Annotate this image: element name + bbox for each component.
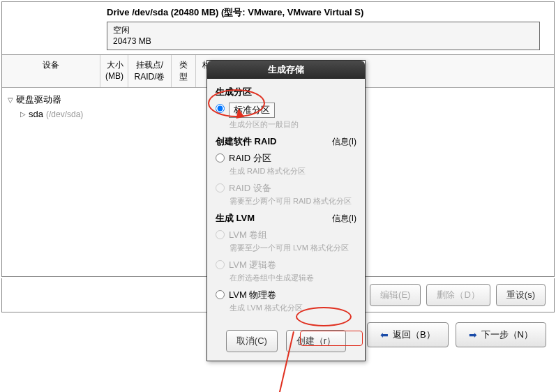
radio-lvm-lv: LVM 逻辑卷 bbox=[216, 259, 356, 271]
dialog-buttons: 取消(C) 创建（r） bbox=[207, 324, 365, 361]
next-label: 下一步（N） bbox=[481, 329, 533, 341]
lvm-info-link[interactable]: 信息(I) bbox=[332, 213, 356, 225]
delete-button: 删除（D） bbox=[426, 284, 490, 306]
radio-raid-device-input bbox=[216, 183, 225, 193]
radio-standard-label: 标准分区 bbox=[229, 103, 275, 118]
back-label: 返回（B） bbox=[393, 329, 435, 341]
back-button[interactable]: ⬅ 返回（B） bbox=[367, 322, 449, 347]
next-button[interactable]: ➡ 下一步（N） bbox=[456, 322, 546, 347]
dialog-title: 生成存储 bbox=[207, 61, 365, 79]
dialog-create-button[interactable]: 创建（r） bbox=[286, 330, 346, 352]
radio-lvm-vg: LVM 卷组 bbox=[216, 229, 356, 241]
radio-raid-partition-input[interactable] bbox=[216, 153, 225, 163]
tree-collapse-icon[interactable]: ▽ bbox=[5, 96, 16, 104]
tree-child-path: (/dev/sda) bbox=[46, 110, 83, 119]
tree-root-label: 硬盘驱动器 bbox=[16, 93, 61, 106]
dialog-cancel-button[interactable]: 取消(C) bbox=[226, 330, 278, 352]
col-mount[interactable]: 挂载点/ RAID/卷 bbox=[128, 55, 171, 87]
radio-raid-partition[interactable]: RAID 分区 bbox=[216, 152, 356, 165]
drive-header: Drive /dev/sda (20480 MB) (型号: VMware, V… bbox=[2, 2, 554, 54]
radio-lvm-vg-label: LVM 卷组 bbox=[229, 229, 267, 241]
radio-lvm-pv[interactable]: LVM 物理卷 bbox=[216, 289, 356, 301]
col-size[interactable]: 大小 (MB) bbox=[100, 55, 128, 87]
raid-info-link[interactable]: 信息(I) bbox=[332, 136, 356, 148]
free-label: 空闲 bbox=[113, 25, 534, 36]
arrow-left-icon: ⬅ bbox=[380, 329, 389, 340]
section-partition: 生成分区 bbox=[216, 86, 356, 98]
radio-lvm-lv-label: LVM 逻辑卷 bbox=[229, 259, 276, 271]
radio-lvm-pv-label: LVM 物理卷 bbox=[229, 289, 276, 301]
lvm-vg-desc: 需要至少一个可用 LVM 格式化分区 bbox=[230, 243, 356, 253]
radio-standard-partition[interactable]: 标准分区 bbox=[216, 103, 356, 118]
radio-standard-input[interactable] bbox=[216, 104, 225, 113]
raid-partition-desc: 生成 RAID 格式化分区 bbox=[230, 166, 356, 176]
arrow-right-icon: ➡ bbox=[469, 329, 477, 340]
edit-button: 编辑(E) bbox=[370, 284, 421, 306]
tree-expand-icon[interactable]: ▷ bbox=[17, 110, 29, 118]
radio-raid-device-label: RAID 设备 bbox=[229, 182, 271, 195]
lvm-lv-desc: 在所选卷组中生成逻辑卷 bbox=[230, 273, 356, 283]
radio-lvm-pv-input[interactable] bbox=[216, 290, 225, 299]
radio-raid-device: RAID 设备 bbox=[216, 182, 356, 195]
standard-desc: 生成分区的一般目的 bbox=[230, 119, 356, 130]
radio-raid-partition-label: RAID 分区 bbox=[229, 152, 271, 165]
col-device[interactable]: 设备 bbox=[2, 55, 100, 87]
radio-lvm-lv-input bbox=[216, 260, 225, 269]
radio-lvm-vg-input bbox=[216, 230, 225, 239]
dialog-body: 生成分区 标准分区 生成分区的一般目的 创建软件 RAID 信息(I) RAID… bbox=[207, 79, 365, 324]
free-size: 20473 MB bbox=[113, 36, 534, 47]
create-storage-dialog: 生成存储 生成分区 标准分区 生成分区的一般目的 创建软件 RAID 信息(I)… bbox=[206, 60, 366, 361]
reset-button[interactable]: 重设(s) bbox=[496, 284, 546, 306]
section-raid: 创建软件 RAID 信息(I) bbox=[216, 135, 356, 148]
raid-device-desc: 需要至少两个可用 RAID 格式化分区 bbox=[230, 196, 356, 206]
lvm-pv-desc: 生成 LVM 格式化分区 bbox=[230, 303, 356, 313]
tree-child-label: sda bbox=[29, 109, 43, 119]
drive-free-bar[interactable]: 空闲 20473 MB bbox=[107, 22, 540, 50]
drive-title: Drive /dev/sda (20480 MB) (型号: VMware, V… bbox=[107, 6, 547, 19]
col-type[interactable]: 类型 bbox=[171, 55, 195, 87]
section-lvm: 生成 LVM 信息(I) bbox=[216, 212, 356, 225]
